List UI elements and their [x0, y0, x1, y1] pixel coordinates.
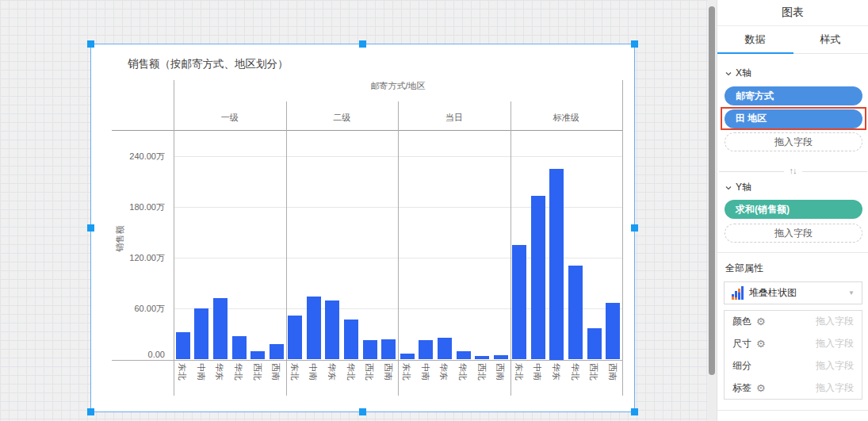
x-axis-label: 西北	[587, 363, 599, 381]
y-tick-label: 0.00	[108, 350, 165, 359]
detail-drop-field-zone[interactable]: 拖入字段	[816, 359, 854, 373]
bar[interactable]	[213, 298, 228, 360]
x-axis-label: 东北	[513, 363, 525, 381]
tab-data[interactable]: 数据	[717, 26, 793, 53]
x-axis-label: 华东	[550, 363, 562, 381]
field-pill-shipping-method[interactable]: 邮寄方式	[725, 86, 862, 105]
selection-handle-bottom-left[interactable]	[87, 408, 94, 415]
property-row-detail: 细分 ⚙ 拖入字段	[725, 355, 862, 377]
x-axis-section-label[interactable]: X轴	[725, 67, 751, 80]
selection-handle-right-middle[interactable]	[631, 224, 638, 232]
y-tick-label: 240.00万	[108, 151, 165, 163]
property-row-size: 尺寸 ⚙ 拖入字段	[725, 333, 862, 355]
active-tab-underline	[717, 52, 793, 54]
y-axis-title: 销售额	[114, 226, 126, 252]
y-axis-drop-field-zone[interactable]: 拖入字段	[725, 224, 862, 243]
bar[interactable]	[194, 308, 208, 359]
x-axis-label: 华北	[345, 363, 357, 381]
column-axis-header: 邮寄方式/地区	[370, 80, 425, 92]
field-highlight-outline: 田 地区	[721, 107, 866, 130]
x-axis-label: 西北	[476, 363, 488, 381]
panel-title: 图表	[717, 0, 868, 26]
bar[interactable]	[400, 354, 415, 359]
property-row-color: 颜色 ⚙ 拖入字段	[725, 311, 862, 333]
bar[interactable]	[381, 339, 396, 360]
chart-plot-area: 邮寄方式/地区 销售额 240.00万180.00万120.00万60.00万0…	[91, 44, 634, 411]
swap-axes-icon[interactable]: ↑↓	[790, 166, 797, 175]
bar[interactable]	[344, 320, 358, 359]
group-separator-line	[174, 80, 174, 396]
selection-handle-top-left[interactable]	[87, 40, 94, 48]
x-axis-label: 东北	[400, 363, 412, 381]
color-drop-field-zone[interactable]: 拖入字段	[816, 315, 854, 328]
bar[interactable]	[307, 297, 321, 359]
x-axis-drop-field-zone[interactable]: 拖入字段	[725, 132, 862, 151]
dropdown-caret-icon: ▼	[848, 289, 855, 297]
bar[interactable]	[176, 332, 190, 359]
group-separator-line	[286, 101, 287, 396]
x-axis-label: 中南	[307, 363, 319, 381]
bar[interactable]	[325, 300, 339, 360]
x-axis-label: 中南	[195, 363, 207, 381]
bar[interactable]	[363, 340, 377, 360]
chart-config-panel: 图表 数据 样式 X轴 邮寄方式 田 地区 拖入字段 ↑↓	[717, 0, 868, 421]
bar[interactable]	[232, 336, 247, 360]
bar[interactable]	[531, 196, 545, 359]
selection-handle-bottom-right[interactable]	[631, 408, 638, 415]
bar[interactable]	[250, 351, 265, 360]
x-axis-line	[112, 360, 622, 361]
x-axis-label: 东北	[176, 363, 188, 381]
bar[interactable]	[270, 344, 284, 359]
gear-icon[interactable]: ⚙	[756, 316, 766, 327]
bar[interactable]	[606, 303, 620, 360]
selection-handle-bottom-middle[interactable]	[359, 408, 366, 415]
bar[interactable]	[419, 340, 433, 360]
x-axis-label: 中南	[419, 363, 431, 381]
chevron-down-icon	[725, 71, 732, 77]
properties-box: 颜色 ⚙ 拖入字段 尺寸 ⚙ 拖入字段 细分 ⚙ 拖入字段 标签 ⚙ 拖入字段	[724, 310, 862, 400]
y-tick-label: 120.00万	[108, 252, 165, 264]
field-pill-region[interactable]: 田 地区	[725, 109, 862, 128]
x-axis-label: 西南	[606, 363, 618, 381]
bar[interactable]	[288, 316, 302, 360]
section-divider	[717, 410, 868, 411]
scrollbar-thumb[interactable]	[709, 6, 715, 375]
chart-widget[interactable]: 销售额（按邮寄方式、地区划分） 邮寄方式/地区 销售额 240.00万180.0…	[90, 44, 635, 412]
gear-icon[interactable]: ⚙	[756, 383, 766, 393]
x-axis-label: 华北	[232, 363, 244, 381]
x-axis-label: 西北	[363, 363, 375, 381]
gear-icon[interactable]: ⚙	[756, 339, 766, 349]
bar[interactable]	[438, 338, 452, 360]
x-axis-label: 华北	[569, 363, 581, 381]
bar[interactable]	[549, 169, 564, 359]
selection-handle-left-middle[interactable]	[87, 224, 94, 232]
dimension-grid-icon: 田	[736, 112, 745, 125]
selection-handle-top-middle[interactable]	[359, 40, 366, 48]
chart-type-dropdown[interactable]: 堆叠柱状图 ▼	[724, 281, 862, 304]
group-separator-line	[622, 80, 623, 396]
field-pill-sum-sales[interactable]: 求和(销售额)	[725, 200, 862, 219]
group-separator-line	[510, 101, 511, 396]
y-tick-label: 60.00万	[108, 303, 165, 315]
x-axis-label: 华东	[213, 363, 225, 381]
group-label: 一级	[174, 112, 286, 124]
bar[interactable]	[475, 356, 489, 359]
x-axis-label: 华北	[457, 363, 468, 381]
group-label: 当日	[398, 112, 510, 124]
x-axis-label: 中南	[531, 363, 543, 381]
label-drop-field-zone[interactable]: 拖入字段	[816, 381, 854, 395]
bar[interactable]	[512, 245, 526, 359]
tab-style[interactable]: 样式	[793, 26, 868, 53]
y-axis-section-label[interactable]: Y轴	[725, 181, 751, 194]
section-divider	[717, 252, 868, 253]
axis-swap-divider: ↑↓	[717, 166, 868, 177]
bar[interactable]	[457, 351, 471, 360]
x-axis-label: 西南	[494, 363, 506, 381]
selection-handle-top-right[interactable]	[631, 40, 638, 48]
size-drop-field-zone[interactable]: 拖入字段	[816, 337, 854, 350]
bar[interactable]	[494, 355, 508, 359]
bar[interactable]	[587, 328, 602, 360]
bar[interactable]	[568, 266, 583, 360]
x-axis-label: 西北	[251, 363, 263, 381]
y-tick-label: 180.00万	[108, 201, 165, 213]
